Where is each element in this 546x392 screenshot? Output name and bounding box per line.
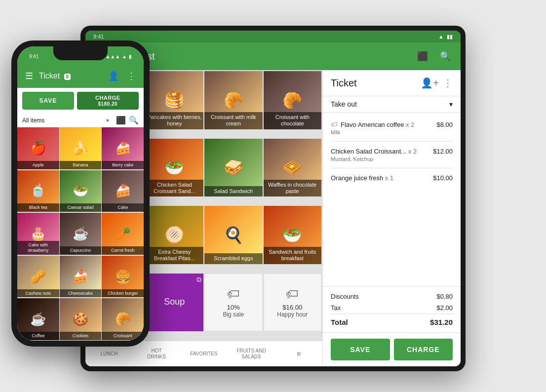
phone-barcode-button[interactable]: ⬛ xyxy=(116,116,126,125)
phone-item-black-tea[interactable]: 🍵 Black tea xyxy=(17,170,59,212)
item-name-oj: Orange juice fresh x 1 xyxy=(331,174,433,182)
phone-item-caesar-salad[interactable]: 🥗 Caesar salad xyxy=(60,170,102,212)
phone-save-button[interactable]: SAVE xyxy=(22,92,74,110)
happy-hour-tag-icon: 🏷 xyxy=(286,286,299,302)
ticket-title: Ticket xyxy=(331,78,417,89)
tab-lunch-label: LUNCH xyxy=(101,351,117,357)
food-item-happy-hour[interactable]: 🏷 $16.00 Happy hour xyxy=(264,274,322,332)
total-value: $31.20 xyxy=(430,318,453,326)
food-item-scrambled-eggs[interactable]: 🍳 Scrambled eggs xyxy=(204,206,263,264)
phone-item-cashew[interactable]: 🥜 Cashew nuts xyxy=(17,256,59,298)
tax-row: Tax $2.00 xyxy=(331,302,453,314)
phone-menu-button[interactable]: ☰ xyxy=(23,69,35,83)
food-item-croissant-choc[interactable]: 🥐 Croissant with chocolate xyxy=(264,71,322,129)
phone-person-button[interactable]: 👤 xyxy=(106,69,121,83)
ticket-header: Ticket 👤+ ⋮ xyxy=(323,70,461,96)
phone-charge-button[interactable]: CHARGE$180.20 xyxy=(77,92,139,110)
ticket-item-coffee[interactable]: 🏷 Flavo American coffee x 2 $8.00 Milk xyxy=(331,117,453,139)
divider-2 xyxy=(331,168,453,168)
phone-more-button[interactable]: ⋮ xyxy=(125,69,138,83)
happy-hour-price: $16.00 xyxy=(282,304,302,311)
ticket-item-oj[interactable]: Orange juice fresh x 1 $10.00 xyxy=(331,170,453,186)
tab-grid[interactable]: ⊞ xyxy=(275,341,322,366)
item-name-chicken: Chicken Salad Croissant... x 2 xyxy=(331,148,433,155)
item-note-coffee: Milk xyxy=(331,129,453,135)
grid-corner-icon-soup: ⧉ xyxy=(196,275,201,284)
order-type-label: Take out xyxy=(331,100,357,108)
charge-button[interactable]: CHARGE xyxy=(394,339,453,360)
phone-item-berry-cake[interactable]: 🍰 Berry cake xyxy=(102,127,144,169)
phone-time: 9:41 xyxy=(29,54,39,59)
phone-item-cookies[interactable]: 🍪 Cookies xyxy=(60,298,102,340)
phone-item-apple[interactable]: 🍎 Apple xyxy=(17,127,59,169)
tablet-status-icons: ▲ ▮▮ xyxy=(438,34,453,40)
item-note-chicken: Mustard, Ketchup xyxy=(331,156,453,162)
phone-signal-icon: ▲▲▲ xyxy=(105,54,120,59)
tag-icon: 🏷 xyxy=(331,120,338,128)
food-item-waffles[interactable]: 🧇 Waffles in chocolate paste xyxy=(264,139,322,197)
ticket-item-chicken-salad[interactable]: Chicken Salad Croissant... x 2 $12.00 Mu… xyxy=(331,144,453,166)
ticket-summary: Discounts $0.80 Tax $2.00 Total $31.20 xyxy=(323,286,461,332)
food-item-sandwich-fruits[interactable]: 🥗 Sandwich and fruits breakfast xyxy=(264,206,322,264)
ticket-items-list: 🏷 Flavo American coffee x 2 $8.00 Milk C… xyxy=(323,113,461,286)
phone-battery-icon: ▮ xyxy=(129,54,132,59)
more-options-icon[interactable]: ⋮ xyxy=(443,77,453,89)
phone-item-banana[interactable]: 🍌 Banana xyxy=(60,127,102,169)
page-title: Breakfast xyxy=(113,51,407,62)
phone-item-cheesecake[interactable]: 🍰 Cheesecake xyxy=(60,256,102,298)
chevron-down-icon: ▾ xyxy=(449,100,453,108)
discounts-row: Discounts $0.80 xyxy=(331,291,453,302)
food-item-croissant-milk[interactable]: 🥐 Croissant with milk cream xyxy=(204,71,263,129)
scene: 9:41 ▲ ▮▮ ☰ Breakfast ⬛ 🔍 xyxy=(11,11,535,381)
all-items-label: All items xyxy=(22,117,103,124)
barcode-button[interactable]: ⬛ xyxy=(415,49,430,64)
food-item-pita[interactable]: 🫓 Extra Cheesy Breakfast Pitas... xyxy=(146,206,204,264)
phone-wifi-icon: ▲ xyxy=(122,54,127,59)
divider xyxy=(331,141,453,142)
tab-grid-icon: ⊞ xyxy=(297,351,301,357)
food-item-pancakes[interactable]: 🥞 Pancakes with berries, honey xyxy=(146,71,204,129)
tablet-time: 9:41 xyxy=(93,34,104,39)
tab-fruits-salads[interactable]: FRUITS ANDSALADS xyxy=(228,341,275,366)
phone-item-cake-strawberry[interactable]: 🎂 Cake with strawberry xyxy=(17,213,59,255)
tab-fruits-salads-label: FRUITS ANDSALADS xyxy=(236,348,266,360)
item-name-coffee: Flavo American coffee x 2 xyxy=(341,121,436,128)
tablet-header-icons: ⬛ 🔍 xyxy=(415,49,453,64)
food-item-chicken-salad[interactable]: 🥗 Chicken Salad Croissant Sand... xyxy=(146,139,204,197)
food-item-soup[interactable]: ⧉ Soup xyxy=(146,274,204,332)
phone-item-croissant[interactable]: 🥐 Croissant xyxy=(102,298,144,340)
phone-screen: 9:41 ▲▲▲ ▲ ▮ ☰ Ticket 8 👤 ⋮ SAVE xyxy=(17,46,144,341)
phone-food-grid: 🍎 Apple 🍌 Banana 🍰 Berry cake 🍵 Black te… xyxy=(17,127,144,341)
save-button[interactable]: SAVE xyxy=(331,339,390,360)
phone-item-chicken-burger[interactable]: 🍔 Chicken burger xyxy=(102,256,144,298)
phone-notch xyxy=(53,46,108,60)
search-button[interactable]: 🔍 xyxy=(438,49,453,64)
tab-favorites[interactable]: FAVORITES xyxy=(180,341,228,366)
ticket-badge: 8 xyxy=(64,74,71,80)
happy-hour-label: Happy hour xyxy=(277,311,308,318)
phone-item-capuccino[interactable]: ☕ Capuccino xyxy=(60,213,102,255)
filter-chevron-icon: ▾ xyxy=(106,117,109,124)
tab-hot-drinks-label: HOTDRINKS xyxy=(147,348,166,360)
discounts-value: $0.80 xyxy=(436,293,453,300)
phone-item-cake[interactable]: 🍰 Cake xyxy=(102,170,144,212)
phone: 9:41 ▲▲▲ ▲ ▮ ☰ Ticket 8 👤 ⋮ SAVE xyxy=(11,40,150,347)
food-item-big-sale[interactable]: 🏷 10% Big sale xyxy=(204,274,263,332)
ticket-type-row[interactable]: Take out ▾ xyxy=(323,96,461,113)
add-person-icon[interactable]: 👤+ xyxy=(421,77,439,89)
item-price-chicken: $12.00 xyxy=(433,148,453,155)
tab-favorites-label: FAVORITES xyxy=(190,351,217,357)
phone-title: Ticket 8 xyxy=(39,72,102,80)
food-item-salad-sandwich[interactable]: 🥪 Salad Sandwich xyxy=(204,139,263,197)
phone-status-icons: ▲▲▲ ▲ ▮ xyxy=(105,54,132,59)
tablet-status-bar: 9:41 ▲ ▮▮ xyxy=(85,31,461,42)
tax-value: $2.00 xyxy=(436,304,453,312)
phone-filter-row: All items ▾ ⬛ 🔍 xyxy=(17,114,144,127)
phone-item-carrot[interactable]: 🥕 Carrot fresh xyxy=(102,213,144,255)
battery-icon: ▮▮ xyxy=(447,34,453,40)
phone-actions: SAVE CHARGE$180.20 xyxy=(17,88,144,114)
tab-hot-drinks[interactable]: HOTDRINKS xyxy=(133,341,180,366)
phone-search-button[interactable]: 🔍 xyxy=(129,116,139,125)
big-sale-percent: 10% xyxy=(227,304,240,311)
phone-item-coffee[interactable]: ☕ Coffee xyxy=(17,298,59,340)
